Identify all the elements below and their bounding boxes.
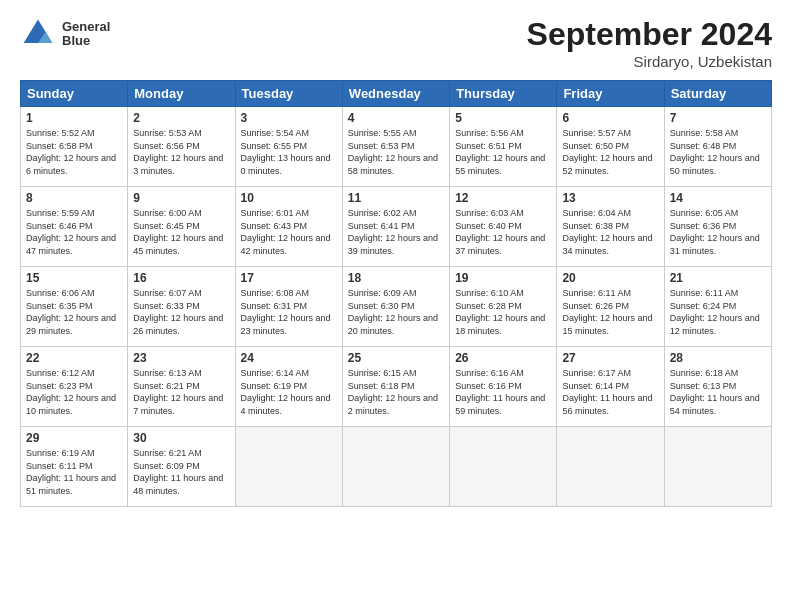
day-number-3: 3: [241, 111, 337, 125]
day-number-26: 26: [455, 351, 551, 365]
day-number-2: 2: [133, 111, 229, 125]
day-info-28: Sunrise: 6:18 AMSunset: 6:13 PMDaylight:…: [670, 367, 766, 417]
day-info-30: Sunrise: 6:21 AMSunset: 6:09 PMDaylight:…: [133, 447, 229, 497]
calendar-table: SundayMondayTuesdayWednesdayThursdayFrid…: [20, 80, 772, 507]
logo-text: General Blue: [62, 20, 110, 49]
day-number-1: 1: [26, 111, 122, 125]
empty-cell-4-3: [342, 427, 449, 507]
day-cell-26: 26Sunrise: 6:16 AMSunset: 6:16 PMDayligh…: [450, 347, 557, 427]
page: General Blue September 2024 Sirdaryo, Uz…: [0, 0, 792, 612]
day-number-5: 5: [455, 111, 551, 125]
week-row-1: 1Sunrise: 5:52 AMSunset: 6:58 PMDaylight…: [21, 107, 772, 187]
day-cell-30: 30Sunrise: 6:21 AMSunset: 6:09 PMDayligh…: [128, 427, 235, 507]
day-cell-7: 7Sunrise: 5:58 AMSunset: 6:48 PMDaylight…: [664, 107, 771, 187]
day-cell-5: 5Sunrise: 5:56 AMSunset: 6:51 PMDaylight…: [450, 107, 557, 187]
week-row-4: 22Sunrise: 6:12 AMSunset: 6:23 PMDayligh…: [21, 347, 772, 427]
day-info-25: Sunrise: 6:15 AMSunset: 6:18 PMDaylight:…: [348, 367, 444, 417]
day-number-9: 9: [133, 191, 229, 205]
day-number-15: 15: [26, 271, 122, 285]
day-number-30: 30: [133, 431, 229, 445]
day-cell-19: 19Sunrise: 6:10 AMSunset: 6:28 PMDayligh…: [450, 267, 557, 347]
day-cell-14: 14Sunrise: 6:05 AMSunset: 6:36 PMDayligh…: [664, 187, 771, 267]
day-info-18: Sunrise: 6:09 AMSunset: 6:30 PMDaylight:…: [348, 287, 444, 337]
day-cell-13: 13Sunrise: 6:04 AMSunset: 6:38 PMDayligh…: [557, 187, 664, 267]
header-day-tuesday: Tuesday: [235, 81, 342, 107]
day-number-11: 11: [348, 191, 444, 205]
empty-cell-4-6: [664, 427, 771, 507]
day-number-25: 25: [348, 351, 444, 365]
day-cell-28: 28Sunrise: 6:18 AMSunset: 6:13 PMDayligh…: [664, 347, 771, 427]
header-day-saturday: Saturday: [664, 81, 771, 107]
logo-line1: General: [62, 20, 110, 34]
day-cell-3: 3Sunrise: 5:54 AMSunset: 6:55 PMDaylight…: [235, 107, 342, 187]
day-info-26: Sunrise: 6:16 AMSunset: 6:16 PMDaylight:…: [455, 367, 551, 417]
header: General Blue September 2024 Sirdaryo, Uz…: [20, 16, 772, 70]
day-info-9: Sunrise: 6:00 AMSunset: 6:45 PMDaylight:…: [133, 207, 229, 257]
logo-icon: [20, 16, 56, 52]
day-number-19: 19: [455, 271, 551, 285]
day-cell-27: 27Sunrise: 6:17 AMSunset: 6:14 PMDayligh…: [557, 347, 664, 427]
day-cell-1: 1Sunrise: 5:52 AMSunset: 6:58 PMDaylight…: [21, 107, 128, 187]
day-number-24: 24: [241, 351, 337, 365]
day-cell-12: 12Sunrise: 6:03 AMSunset: 6:40 PMDayligh…: [450, 187, 557, 267]
day-info-19: Sunrise: 6:10 AMSunset: 6:28 PMDaylight:…: [455, 287, 551, 337]
day-info-11: Sunrise: 6:02 AMSunset: 6:41 PMDaylight:…: [348, 207, 444, 257]
day-info-22: Sunrise: 6:12 AMSunset: 6:23 PMDaylight:…: [26, 367, 122, 417]
empty-cell-4-5: [557, 427, 664, 507]
week-row-5: 29Sunrise: 6:19 AMSunset: 6:11 PMDayligh…: [21, 427, 772, 507]
day-cell-9: 9Sunrise: 6:00 AMSunset: 6:45 PMDaylight…: [128, 187, 235, 267]
day-number-6: 6: [562, 111, 658, 125]
day-info-15: Sunrise: 6:06 AMSunset: 6:35 PMDaylight:…: [26, 287, 122, 337]
header-day-sunday: Sunday: [21, 81, 128, 107]
day-cell-10: 10Sunrise: 6:01 AMSunset: 6:43 PMDayligh…: [235, 187, 342, 267]
day-info-29: Sunrise: 6:19 AMSunset: 6:11 PMDaylight:…: [26, 447, 122, 497]
day-number-23: 23: [133, 351, 229, 365]
day-number-7: 7: [670, 111, 766, 125]
day-info-12: Sunrise: 6:03 AMSunset: 6:40 PMDaylight:…: [455, 207, 551, 257]
day-cell-15: 15Sunrise: 6:06 AMSunset: 6:35 PMDayligh…: [21, 267, 128, 347]
day-number-16: 16: [133, 271, 229, 285]
day-number-12: 12: [455, 191, 551, 205]
day-cell-2: 2Sunrise: 5:53 AMSunset: 6:56 PMDaylight…: [128, 107, 235, 187]
day-info-16: Sunrise: 6:07 AMSunset: 6:33 PMDaylight:…: [133, 287, 229, 337]
day-info-1: Sunrise: 5:52 AMSunset: 6:58 PMDaylight:…: [26, 127, 122, 177]
location: Sirdaryo, Uzbekistan: [527, 53, 772, 70]
logo-line2: Blue: [62, 34, 110, 48]
header-day-wednesday: Wednesday: [342, 81, 449, 107]
day-number-20: 20: [562, 271, 658, 285]
day-info-7: Sunrise: 5:58 AMSunset: 6:48 PMDaylight:…: [670, 127, 766, 177]
day-info-10: Sunrise: 6:01 AMSunset: 6:43 PMDaylight:…: [241, 207, 337, 257]
day-info-4: Sunrise: 5:55 AMSunset: 6:53 PMDaylight:…: [348, 127, 444, 177]
day-info-20: Sunrise: 6:11 AMSunset: 6:26 PMDaylight:…: [562, 287, 658, 337]
day-number-29: 29: [26, 431, 122, 445]
day-info-14: Sunrise: 6:05 AMSunset: 6:36 PMDaylight:…: [670, 207, 766, 257]
day-number-18: 18: [348, 271, 444, 285]
empty-cell-4-4: [450, 427, 557, 507]
month-title: September 2024: [527, 16, 772, 53]
day-info-24: Sunrise: 6:14 AMSunset: 6:19 PMDaylight:…: [241, 367, 337, 417]
day-number-21: 21: [670, 271, 766, 285]
day-cell-16: 16Sunrise: 6:07 AMSunset: 6:33 PMDayligh…: [128, 267, 235, 347]
day-info-6: Sunrise: 5:57 AMSunset: 6:50 PMDaylight:…: [562, 127, 658, 177]
header-day-monday: Monday: [128, 81, 235, 107]
day-info-27: Sunrise: 6:17 AMSunset: 6:14 PMDaylight:…: [562, 367, 658, 417]
day-cell-4: 4Sunrise: 5:55 AMSunset: 6:53 PMDaylight…: [342, 107, 449, 187]
day-info-21: Sunrise: 6:11 AMSunset: 6:24 PMDaylight:…: [670, 287, 766, 337]
day-number-17: 17: [241, 271, 337, 285]
day-info-5: Sunrise: 5:56 AMSunset: 6:51 PMDaylight:…: [455, 127, 551, 177]
empty-cell-4-2: [235, 427, 342, 507]
header-day-thursday: Thursday: [450, 81, 557, 107]
day-cell-23: 23Sunrise: 6:13 AMSunset: 6:21 PMDayligh…: [128, 347, 235, 427]
day-info-3: Sunrise: 5:54 AMSunset: 6:55 PMDaylight:…: [241, 127, 337, 177]
day-info-2: Sunrise: 5:53 AMSunset: 6:56 PMDaylight:…: [133, 127, 229, 177]
week-row-3: 15Sunrise: 6:06 AMSunset: 6:35 PMDayligh…: [21, 267, 772, 347]
day-number-27: 27: [562, 351, 658, 365]
day-info-23: Sunrise: 6:13 AMSunset: 6:21 PMDaylight:…: [133, 367, 229, 417]
day-cell-17: 17Sunrise: 6:08 AMSunset: 6:31 PMDayligh…: [235, 267, 342, 347]
day-cell-22: 22Sunrise: 6:12 AMSunset: 6:23 PMDayligh…: [21, 347, 128, 427]
day-cell-25: 25Sunrise: 6:15 AMSunset: 6:18 PMDayligh…: [342, 347, 449, 427]
day-number-28: 28: [670, 351, 766, 365]
logo: General Blue: [20, 16, 110, 52]
day-cell-21: 21Sunrise: 6:11 AMSunset: 6:24 PMDayligh…: [664, 267, 771, 347]
day-number-10: 10: [241, 191, 337, 205]
